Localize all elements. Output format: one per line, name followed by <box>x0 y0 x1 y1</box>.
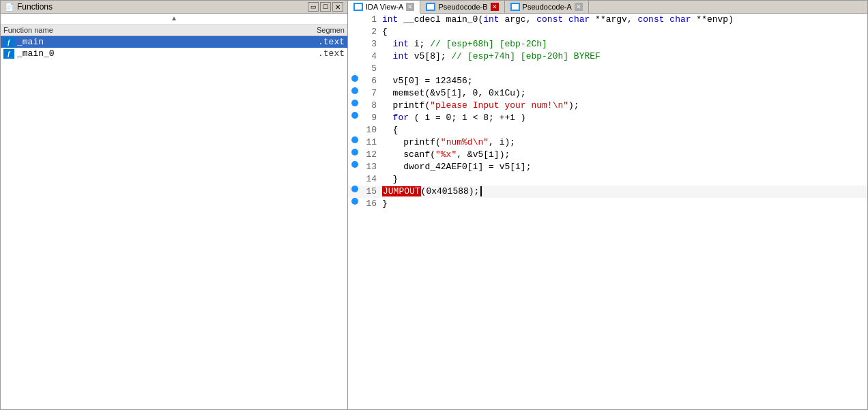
scroll-up-arrow[interactable]: ▲ <box>1 14 347 25</box>
breakpoint-9[interactable] <box>348 112 362 119</box>
code-token: dword_42AEF0[i] = v5[i]; <box>382 162 531 172</box>
function-name-main: _main <box>17 37 290 47</box>
code-line-6: 6 v5[0] = 123456; <box>348 75 867 87</box>
close-button[interactable]: ✕ <box>332 2 343 12</box>
code-line-5: 5 <box>348 63 867 75</box>
line-content-15[interactable]: JUMPOUT(0x401588); <box>382 186 867 198</box>
function-segment-main0: .text <box>290 48 345 59</box>
tab-ida-view[interactable]: IDA View-A ✕ <box>348 1 420 14</box>
line-content-10[interactable]: { <box>382 124 867 136</box>
code-token: (0x401588); <box>421 186 480 196</box>
line-content-7[interactable]: memset(&v5[1], 0, 0x1Cu); <box>382 87 867 100</box>
tab-close-ida[interactable]: ✕ <box>406 3 414 11</box>
line-content-1[interactable]: int __cdecl main_0(int argc, const char … <box>382 14 867 26</box>
line-number-11: 11 <box>362 136 382 149</box>
tab-icon-inner-ida <box>355 4 362 10</box>
line-content-9[interactable]: for ( i = 0; i < 8; ++i ) <box>382 112 867 124</box>
code-token: { <box>382 27 388 37</box>
code-token <box>382 51 393 61</box>
code-token: ( i = 0; i < 8; ++i ) <box>409 113 526 123</box>
code-line-7: 7 memset(&v5[1], 0, 0x1Cu); <box>348 87 867 100</box>
line-number-6: 6 <box>362 75 382 87</box>
function-icon-main: f <box>3 38 14 47</box>
line-content-8[interactable]: printf("please Input your num!\n"); <box>382 100 867 112</box>
code-token: , &v5[i]); <box>457 149 510 160</box>
col-segment-header: Segmen <box>290 26 345 34</box>
keyword-token: int <box>382 14 398 25</box>
code-token: } <box>382 199 388 209</box>
line-content-2[interactable]: { <box>382 26 867 38</box>
line-content-11[interactable]: printf("num%d\n", i); <box>382 136 867 149</box>
tab-icon-pb <box>426 3 435 11</box>
keyword-token: int <box>483 14 499 25</box>
code-area[interactable]: 1int __cdecl main_0(int argc, const char… <box>348 14 867 409</box>
line-number-15: 15 <box>362 186 382 198</box>
tab-close-pa[interactable]: ✕ <box>575 3 583 11</box>
tab-pseudocode-b[interactable]: Pseudocode-B ✕ <box>420 1 504 13</box>
function-name-main0: _main_0 <box>17 48 290 59</box>
functions-title-left: 📄 Functions <box>5 2 53 12</box>
functions-list: f _main .text f _main_0 .text <box>1 36 347 409</box>
bp-dot-6 <box>351 75 358 82</box>
line-number-9: 9 <box>362 112 382 124</box>
line-number-5: 5 <box>362 63 382 75</box>
code-line-14: 14 } <box>348 173 867 186</box>
line-number-1: 1 <box>362 14 382 26</box>
comment-token: // [esp+68h] [ebp-2Ch] <box>430 39 547 49</box>
code-token: i; <box>409 39 430 49</box>
breakpoint-13[interactable] <box>348 161 362 168</box>
col-name-header: Function name <box>3 26 290 34</box>
line-content-14[interactable]: } <box>382 173 867 186</box>
code-line-12: 12 scanf("%x", &v5[i]); <box>348 149 867 161</box>
bp-dot-11 <box>351 136 358 143</box>
breakpoint-6[interactable] <box>348 75 362 82</box>
functions-panel: 📄 Functions ▭ ☐ ✕ ▲ Function name Segmen… <box>0 0 348 410</box>
string-token: "%x" <box>435 149 457 160</box>
text-cursor <box>480 186 487 196</box>
keyword-token: const <box>638 14 665 25</box>
tab-pseudocode-a[interactable]: Pseudocode-A ✕ <box>505 1 589 13</box>
code-token: , i); <box>489 137 515 147</box>
line-content-3[interactable]: int i; // [esp+68h] [ebp-2Ch] <box>382 38 867 50</box>
bp-dot-8 <box>351 100 358 106</box>
line-content-6[interactable]: v5[0] = 123456; <box>382 75 867 87</box>
line-content-4[interactable]: int v5[8]; // [esp+74h] [ebp-20h] BYREF <box>382 50 867 63</box>
string-token: "please Input your num!\n" <box>430 100 568 111</box>
breakpoint-7[interactable] <box>348 87 362 94</box>
line-number-16: 16 <box>362 198 382 210</box>
code-panel: IDA View-A ✕ Pseudocode-B ✕ Pseudocode-A… <box>348 0 868 410</box>
code-line-16: 16} <box>348 198 867 210</box>
line-number-12: 12 <box>362 149 382 161</box>
code-line-8: 8 printf("please Input your num!\n"); <box>348 100 867 112</box>
code-token: **envp) <box>691 14 734 25</box>
breakpoint-16[interactable] <box>348 198 362 205</box>
keyword-token: char <box>669 14 691 25</box>
code-token: **argv, <box>590 14 637 25</box>
breakpoint-15[interactable] <box>348 186 362 192</box>
keyword-token: for <box>393 113 409 123</box>
line-number-4: 4 <box>362 50 382 63</box>
line-content-16[interactable]: } <box>382 198 867 210</box>
tabs-bar: IDA View-A ✕ Pseudocode-B ✕ Pseudocode-A… <box>348 1 867 14</box>
bp-dot-13 <box>351 161 358 168</box>
breakpoint-12[interactable] <box>348 149 362 156</box>
titlebar-controls: ▭ ☐ ✕ <box>308 2 343 12</box>
maximize-button[interactable]: ☐ <box>320 2 331 12</box>
code-token: { <box>382 125 398 135</box>
line-content-12[interactable]: scanf("%x", &v5[i]); <box>382 149 867 161</box>
tab-label-pa: Pseudocode-A <box>523 3 572 11</box>
breakpoint-11[interactable] <box>348 136 362 143</box>
line-content-13[interactable]: dword_42AEF0[i] = v5[i]; <box>382 161 867 173</box>
bp-dot-7 <box>351 87 358 94</box>
line-number-13: 13 <box>362 161 382 173</box>
function-row-main[interactable]: f _main .text <box>1 36 347 48</box>
tab-icon-inner-pa <box>512 4 519 10</box>
column-header: Function name Segmen <box>1 25 347 36</box>
code-token: argc, <box>500 14 537 25</box>
restore-button[interactable]: ▭ <box>308 2 319 12</box>
code-line-13: 13 dword_42AEF0[i] = v5[i]; <box>348 161 867 173</box>
breakpoint-8[interactable] <box>348 100 362 106</box>
tab-close-pb[interactable]: ✕ <box>491 3 499 11</box>
function-row-main0[interactable]: f _main_0 .text <box>1 48 347 59</box>
function-segment-main: .text <box>290 37 345 47</box>
